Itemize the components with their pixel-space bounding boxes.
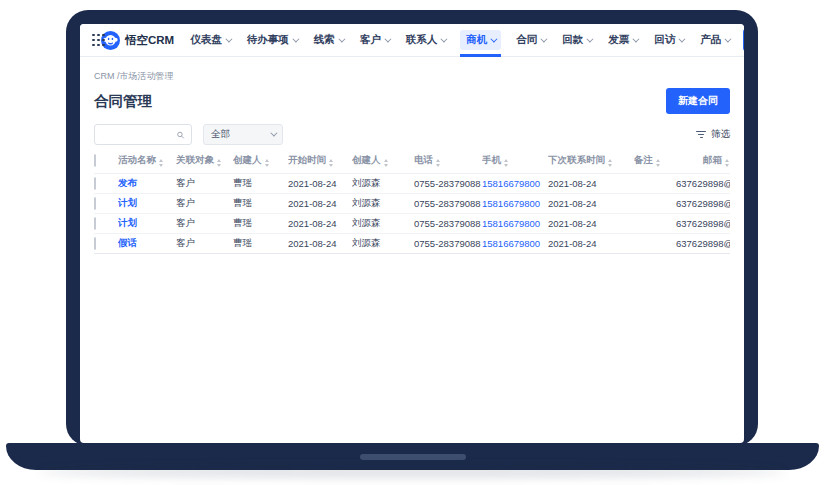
laptop-mockup: 悟空CRM 仪表盘 待办事项 线索 客户 联系人 商机 合同 回款 发票 回访 … <box>0 0 825 485</box>
column-header-creator[interactable]: 创建人 <box>233 154 288 174</box>
column-header-email[interactable]: 邮箱 <box>676 154 730 174</box>
column-header-next-contact[interactable]: 下次联系时间 <box>548 154 634 174</box>
breadcrumb: CRM /市场活动管理 <box>94 70 730 83</box>
chevron-down-icon <box>633 35 640 42</box>
nav-item-opportunities[interactable]: 商机 <box>460 30 501 50</box>
mobile-link[interactable]: 15816679800 <box>482 238 540 249</box>
filter-icon <box>696 131 706 138</box>
record-name-link[interactable]: 计划 <box>118 197 137 208</box>
top-navbar: 悟空CRM 仪表盘 待办事项 线索 客户 联系人 商机 合同 回款 发票 回访 … <box>80 24 744 57</box>
page-content: CRM /市场活动管理 合同管理 新建合同 全部 筛选 <box>80 57 744 254</box>
column-header-name[interactable]: 活动名称 <box>118 154 176 174</box>
table-row: 计划 客户 曹瑶 2021-08-24 刘源森 0755-28379088 15… <box>94 214 730 234</box>
record-name-link[interactable]: 计划 <box>118 217 137 228</box>
filter-label: 筛选 <box>711 128 730 141</box>
column-header-phone[interactable]: 电话 <box>414 154 482 174</box>
nav-item-followups[interactable]: 回访 <box>652 30 685 50</box>
nav-item-todo[interactable]: 待办事项 <box>245 30 299 50</box>
nav-item-dashboard[interactable]: 仪表盘 <box>188 30 232 50</box>
nav-item-leads[interactable]: 线索 <box>312 30 345 50</box>
wukong-monkey-logo-icon[interactable] <box>101 31 120 50</box>
type-select-value: 全部 <box>211 128 230 141</box>
column-header-start-time[interactable]: 开始时间 <box>288 154 352 174</box>
chevron-down-icon <box>725 35 732 42</box>
column-header-remark[interactable]: 备注 <box>634 154 676 174</box>
table-header-row: 活动名称 关联对象 创建人 开始时间 创建人 电话 手机 下次联系时间 备注 邮… <box>94 154 730 174</box>
new-contract-button[interactable]: 新建合同 <box>666 88 730 114</box>
column-header-mobile[interactable]: 手机 <box>482 154 548 174</box>
laptop-shadow <box>40 466 785 478</box>
chevron-down-icon <box>441 35 448 42</box>
mobile-link[interactable]: 15816679800 <box>482 198 540 209</box>
mobile-link[interactable]: 15816679800 <box>482 218 540 229</box>
sort-icon <box>656 159 660 167</box>
nav-item-products[interactable]: 产品 <box>698 30 731 50</box>
row-checkbox[interactable] <box>94 217 96 230</box>
row-checkbox[interactable] <box>94 197 96 210</box>
nav-item-contacts[interactable]: 联系人 <box>404 30 448 50</box>
chevron-down-icon <box>541 35 548 42</box>
record-name-link[interactable]: 假话 <box>118 237 137 248</box>
record-name-link[interactable]: 发布 <box>118 177 137 188</box>
column-header-creator2[interactable]: 创建人 <box>352 154 414 174</box>
page-header: 合同管理 新建合同 <box>94 88 730 114</box>
sort-icon <box>265 159 269 167</box>
type-select[interactable]: 全部 <box>203 124 283 145</box>
sort-icon <box>329 159 333 167</box>
nav-item-payments[interactable]: 回款 <box>560 30 593 50</box>
sort-icon <box>504 159 508 167</box>
chevron-down-icon <box>338 35 345 42</box>
page-title: 合同管理 <box>94 92 152 111</box>
chevron-down-icon <box>292 35 299 42</box>
nav-item-invoices[interactable]: 发票 <box>606 30 639 50</box>
list-search-box[interactable] <box>94 124 192 145</box>
row-checkbox[interactable] <box>94 237 96 250</box>
chevron-down-icon <box>491 35 498 42</box>
main-nav: 仪表盘 待办事项 线索 客户 联系人 商机 合同 回款 发票 回访 产品 <box>188 30 731 50</box>
column-header-related[interactable]: 关联对象 <box>176 154 233 174</box>
sort-icon <box>384 159 388 167</box>
chevron-down-icon <box>225 35 232 42</box>
nav-item-customers[interactable]: 客户 <box>358 30 391 50</box>
chevron-down-icon <box>270 130 277 137</box>
contracts-table: 活动名称 关联对象 创建人 开始时间 创建人 电话 手机 下次联系时间 备注 邮… <box>94 154 730 254</box>
mobile-link[interactable]: 15816679800 <box>482 178 540 189</box>
sort-icon <box>217 159 221 167</box>
chevron-down-icon <box>384 35 391 42</box>
chevron-down-icon <box>679 35 686 42</box>
table-row: 发布 客户 曹瑶 2021-08-24 刘源森 0755-28379088 15… <box>94 174 730 194</box>
sort-icon <box>608 159 612 167</box>
chevron-down-icon <box>587 35 594 42</box>
row-checkbox[interactable] <box>94 177 96 190</box>
brand-name: 悟空CRM <box>125 33 174 48</box>
sort-icon <box>436 159 440 167</box>
filter-button[interactable]: 筛选 <box>696 128 730 141</box>
table-row: 计划 客户 曹瑶 2021-08-24 刘源森 0755-28379088 15… <box>94 194 730 214</box>
select-all-checkbox[interactable] <box>94 154 96 167</box>
list-search-input[interactable] <box>101 129 176 140</box>
sort-icon <box>159 159 163 167</box>
laptop-notch <box>360 454 466 460</box>
search-icon <box>176 130 185 140</box>
list-toolbar: 全部 筛选 <box>94 124 730 145</box>
table-row: 假话 客户 曹瑶 2021-08-24 刘源森 0755-28379088 15… <box>94 234 730 254</box>
nav-item-contracts[interactable]: 合同 <box>514 30 547 50</box>
app-screen: 悟空CRM 仪表盘 待办事项 线索 客户 联系人 商机 合同 回款 发票 回访 … <box>80 24 744 443</box>
create-button[interactable]: 创建 <box>743 29 744 51</box>
sort-icon <box>725 159 729 167</box>
